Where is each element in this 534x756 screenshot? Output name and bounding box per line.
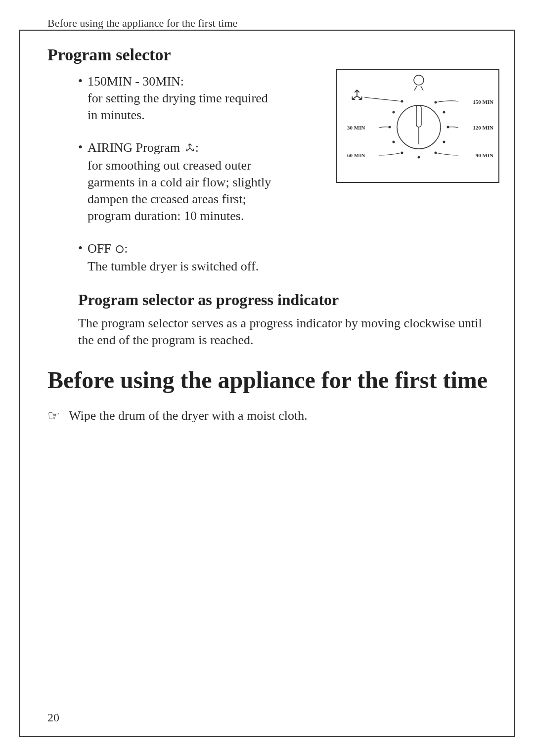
bullet-head: OFF [88, 241, 111, 256]
svg-point-15 [393, 111, 395, 114]
instruction-row: ☞ Wipe the drum of the dryer with a mois… [47, 407, 499, 424]
dial-label-60: 60 MIN [347, 152, 365, 158]
subsection-title-progress: Program selector as progress indicator [78, 291, 499, 309]
dial-label-150: 150 MIN [473, 99, 493, 105]
bullet-body: for smoothing out creased outer garments… [88, 158, 271, 206]
svg-line-2 [421, 86, 423, 90]
svg-point-0 [414, 75, 424, 85]
svg-point-9 [443, 141, 445, 143]
svg-point-13 [393, 141, 395, 143]
bullet-text: AIRING Program : for smoothing out creas… [88, 139, 276, 224]
dial-label-30: 30 MIN [347, 125, 365, 131]
page-number: 20 [47, 711, 59, 724]
dial-label-120: 120 MIN [473, 125, 493, 131]
bullet-item-airing: • AIRING Program : for smoothing out cre… [78, 139, 276, 224]
svg-point-11 [418, 156, 420, 159]
bullet-body: The tumble dryer is switched off. [88, 259, 259, 273]
instruction-text: Wipe the drum of the dryer with a moist … [69, 407, 308, 424]
bullet-head: 150MIN - 30MIN: [88, 74, 184, 89]
content-area: Program selector [47, 45, 499, 424]
bullet-head: AIRING Program [88, 140, 180, 155]
bullet-text: OFF : The tumble dryer is switched off. [88, 240, 259, 275]
svg-point-7 [443, 111, 445, 114]
hand-pointing-icon: ☞ [47, 407, 60, 424]
bullet-body: for setting the drying time required in … [88, 91, 268, 122]
svg-line-1 [414, 86, 417, 90]
page-header: Before using the appliance for the first… [47, 17, 237, 30]
bullet-item-time: • 150MIN - 30MIN: for setting the drying… [78, 73, 276, 124]
off-circle-icon [115, 241, 124, 258]
progress-paragraph: The program selector serves as a progres… [78, 315, 499, 349]
bullet-dot-icon: • [78, 73, 83, 89]
svg-line-17 [364, 97, 402, 101]
airing-icon [184, 140, 195, 157]
svg-point-18 [116, 246, 123, 253]
main-title-first-use: Before using the appliance for the first… [47, 366, 499, 394]
dial-label-90: 90 MIN [476, 152, 493, 158]
bullet-dot-icon: • [78, 139, 83, 155]
dial-illustration: 150 MIN 120 MIN 90 MIN 60 MIN 30 MIN [336, 69, 499, 183]
bullet-dot-icon: • [78, 240, 83, 256]
bullet-text: 150MIN - 30MIN: for setting the drying t… [88, 73, 276, 124]
svg-rect-4 [416, 105, 421, 127]
bullet-item-off: • OFF : The tumble dryer is switched off… [78, 240, 499, 275]
section-title-program-selector: Program selector [47, 45, 499, 64]
bullet-body-extra: program duration: 10 minutes. [88, 209, 244, 223]
